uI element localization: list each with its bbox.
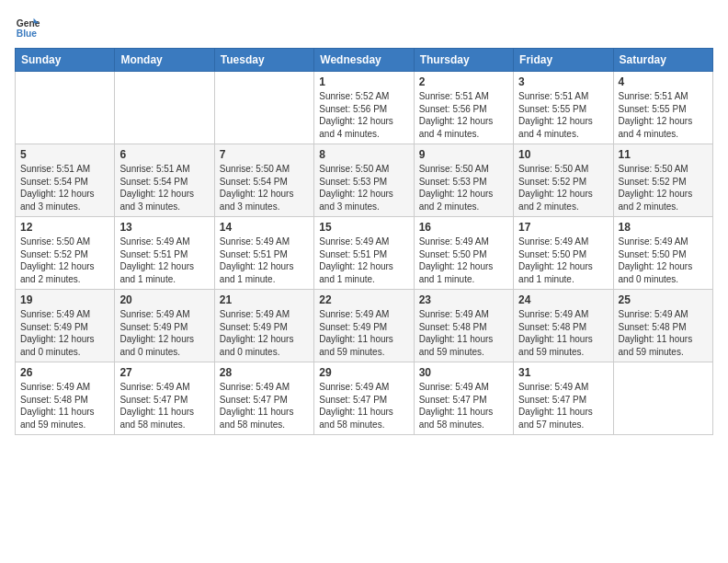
- day-number: 15: [319, 221, 408, 234]
- calendar-cell: 5Sunrise: 5:51 AMSunset: 5:54 PMDaylight…: [16, 144, 115, 217]
- day-info: Daylight: 12 hours and 4 minutes.: [619, 115, 708, 140]
- day-number: 8: [319, 148, 408, 161]
- day-info: Daylight: 12 hours and 2 minutes.: [619, 188, 708, 213]
- day-info: Daylight: 12 hours and 0 minutes.: [119, 333, 209, 358]
- day-number: 23: [419, 293, 508, 306]
- day-number: 7: [220, 148, 309, 161]
- day-info: Daylight: 12 hours and 1 minute.: [319, 260, 408, 285]
- day-number: 22: [319, 293, 408, 306]
- day-header-row: SundayMondayTuesdayWednesdayThursdayFrid…: [16, 49, 713, 72]
- day-info: Sunset: 5:49 PM: [319, 321, 408, 334]
- day-info: Sunset: 5:51 PM: [319, 248, 408, 261]
- day-info: Sunset: 5:53 PM: [319, 176, 408, 189]
- day-info: Sunset: 5:47 PM: [220, 394, 309, 407]
- day-number: 30: [419, 366, 508, 379]
- day-info: Sunrise: 5:50 AM: [419, 163, 508, 176]
- calendar-cell: 8Sunrise: 5:50 AMSunset: 5:53 PMDaylight…: [314, 144, 414, 217]
- day-number: 24: [518, 293, 608, 306]
- day-info: Sunrise: 5:51 AM: [419, 90, 508, 103]
- day-info: Daylight: 12 hours and 1 minute.: [518, 260, 608, 285]
- day-info: Sunrise: 5:49 AM: [119, 381, 209, 394]
- calendar-cell: 25Sunrise: 5:49 AMSunset: 5:48 PMDayligh…: [613, 290, 712, 362]
- week-row-2: 5Sunrise: 5:51 AMSunset: 5:54 PMDaylight…: [16, 144, 713, 217]
- day-info: Sunset: 5:47 PM: [419, 394, 508, 407]
- day-info: Sunrise: 5:49 AM: [220, 381, 309, 394]
- day-info: Sunrise: 5:49 AM: [319, 308, 408, 321]
- day-number: 6: [119, 148, 209, 161]
- day-info: Daylight: 12 hours and 1 minute.: [419, 260, 508, 285]
- day-info: Daylight: 12 hours and 4 minutes.: [319, 115, 408, 140]
- day-info: Sunset: 5:51 PM: [220, 248, 309, 261]
- day-info: Daylight: 12 hours and 0 minutes.: [20, 333, 109, 358]
- calendar-cell: 21Sunrise: 5:49 AMSunset: 5:49 PMDayligh…: [214, 290, 313, 362]
- day-info: Sunrise: 5:49 AM: [319, 236, 408, 248]
- day-info: Sunrise: 5:50 AM: [518, 163, 608, 176]
- day-info: Daylight: 11 hours and 59 minutes.: [419, 333, 508, 358]
- logo: General Blue: [15, 15, 44, 40]
- day-info: Sunrise: 5:51 AM: [20, 163, 109, 176]
- day-number: 19: [20, 293, 109, 306]
- calendar-cell: 3Sunrise: 5:51 AMSunset: 5:55 PMDaylight…: [514, 72, 613, 144]
- page-header: General Blue: [15, 15, 713, 40]
- day-number: 13: [119, 221, 209, 234]
- day-info: Daylight: 11 hours and 58 minutes.: [419, 406, 508, 431]
- day-info: Sunset: 5:52 PM: [518, 176, 608, 189]
- day-info: Sunset: 5:54 PM: [119, 176, 209, 189]
- day-header-friday: Friday: [514, 49, 613, 72]
- day-info: Sunrise: 5:49 AM: [220, 236, 309, 248]
- calendar-cell: 10Sunrise: 5:50 AMSunset: 5:52 PMDayligh…: [514, 144, 613, 217]
- day-info: Sunset: 5:55 PM: [619, 103, 708, 116]
- day-info: Daylight: 12 hours and 4 minutes.: [518, 115, 608, 140]
- calendar-cell: 6Sunrise: 5:51 AMSunset: 5:54 PMDaylight…: [115, 144, 214, 217]
- calendar-cell: 4Sunrise: 5:51 AMSunset: 5:55 PMDaylight…: [613, 72, 712, 144]
- day-info: Sunrise: 5:49 AM: [319, 381, 408, 394]
- day-info: Sunrise: 5:52 AM: [319, 90, 408, 103]
- day-info: Daylight: 11 hours and 59 minutes.: [319, 333, 408, 358]
- day-number: 18: [619, 221, 708, 234]
- day-number: 31: [518, 366, 608, 379]
- day-number: 16: [419, 221, 508, 234]
- day-info: Sunrise: 5:49 AM: [619, 308, 708, 321]
- day-info: Daylight: 12 hours and 4 minutes.: [419, 115, 508, 140]
- day-info: Sunset: 5:48 PM: [619, 321, 708, 334]
- week-row-4: 19Sunrise: 5:49 AMSunset: 5:49 PMDayligh…: [16, 290, 713, 362]
- calendar-cell: 11Sunrise: 5:50 AMSunset: 5:52 PMDayligh…: [613, 144, 712, 217]
- day-number: 4: [619, 75, 708, 88]
- day-info: Daylight: 11 hours and 58 minutes.: [220, 406, 309, 431]
- logo-icon: General Blue: [15, 15, 40, 40]
- day-number: 29: [319, 366, 408, 379]
- day-info: Daylight: 11 hours and 58 minutes.: [319, 406, 408, 431]
- calendar-cell: 15Sunrise: 5:49 AMSunset: 5:51 PMDayligh…: [314, 217, 414, 290]
- calendar-cell: 30Sunrise: 5:49 AMSunset: 5:47 PMDayligh…: [414, 362, 513, 435]
- day-info: Sunrise: 5:50 AM: [619, 163, 708, 176]
- day-info: Daylight: 12 hours and 0 minutes.: [619, 260, 708, 285]
- day-number: 17: [518, 221, 608, 234]
- day-number: 2: [419, 75, 508, 88]
- day-info: Sunset: 5:53 PM: [419, 176, 508, 189]
- calendar-cell: 18Sunrise: 5:49 AMSunset: 5:50 PMDayligh…: [613, 217, 712, 290]
- day-info: Daylight: 11 hours and 59 minutes.: [518, 333, 608, 358]
- day-info: Daylight: 11 hours and 57 minutes.: [518, 406, 608, 431]
- day-info: Daylight: 12 hours and 1 minute.: [119, 260, 209, 285]
- day-info: Sunset: 5:55 PM: [518, 103, 608, 116]
- day-info: Sunset: 5:52 PM: [20, 248, 109, 261]
- day-info: Sunrise: 5:51 AM: [518, 90, 608, 103]
- calendar-cell: 9Sunrise: 5:50 AMSunset: 5:53 PMDaylight…: [414, 144, 513, 217]
- day-number: 5: [20, 148, 109, 161]
- calendar-cell: 27Sunrise: 5:49 AMSunset: 5:47 PMDayligh…: [115, 362, 214, 435]
- day-number: 26: [20, 366, 109, 379]
- calendar-cell: 31Sunrise: 5:49 AMSunset: 5:47 PMDayligh…: [514, 362, 613, 435]
- day-info: Sunset: 5:50 PM: [518, 248, 608, 261]
- day-info: Sunset: 5:50 PM: [419, 248, 508, 261]
- day-number: 1: [319, 75, 408, 88]
- day-info: Daylight: 12 hours and 2 minutes.: [20, 260, 109, 285]
- calendar-cell: 14Sunrise: 5:49 AMSunset: 5:51 PMDayligh…: [214, 217, 313, 290]
- day-info: Sunset: 5:52 PM: [619, 176, 708, 189]
- day-number: 3: [518, 75, 608, 88]
- calendar-table: SundayMondayTuesdayWednesdayThursdayFrid…: [15, 48, 713, 435]
- calendar-cell: 7Sunrise: 5:50 AMSunset: 5:54 PMDaylight…: [214, 144, 313, 217]
- day-info: Sunrise: 5:49 AM: [119, 308, 209, 321]
- calendar-cell: 2Sunrise: 5:51 AMSunset: 5:56 PMDaylight…: [414, 72, 513, 144]
- calendar-cell: [115, 72, 214, 144]
- calendar-cell: 12Sunrise: 5:50 AMSunset: 5:52 PMDayligh…: [16, 217, 115, 290]
